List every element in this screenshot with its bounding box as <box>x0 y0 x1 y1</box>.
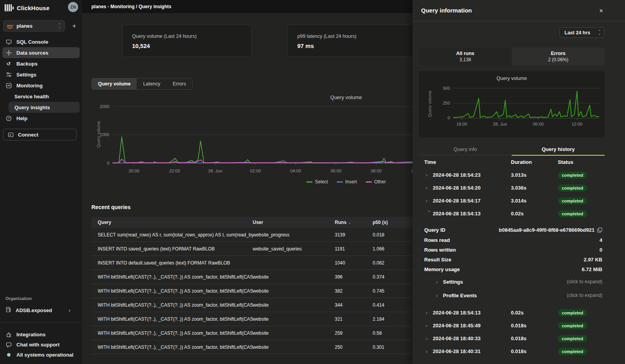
history-duration: 0.018s <box>511 323 558 328</box>
chevron-right-icon: › <box>436 293 443 298</box>
sort-caret-icon: ⌄ <box>348 220 351 224</box>
history-rows-bottom: › 2024-06-28 18:54:13 0.02s completed › … <box>412 306 625 358</box>
sidebar-item-backups[interactable]: ↺ Backups <box>2 58 80 69</box>
mini-query-volume-chart[interactable] <box>453 85 599 124</box>
backups-icon: ↺ <box>5 61 12 67</box>
workspace-name: planes <box>16 23 32 29</box>
connect-button[interactable]: Connect <box>3 129 77 140</box>
expand-hint: (click to expand) <box>567 279 602 284</box>
chevron-right-icon[interactable]: › <box>426 348 433 354</box>
sidebar-item-integrations[interactable]: Integrations <box>0 329 82 339</box>
mini-y-axis-label: Query volume <box>427 80 432 127</box>
x-tick: 20:00 <box>121 169 146 173</box>
legend-item-other[interactable]: Other <box>366 179 386 185</box>
system-status[interactable]: All systems operational <box>0 350 82 360</box>
detail-value: 2.97 KB <box>584 257 602 263</box>
add-workspace-button[interactable]: + <box>69 20 80 32</box>
query-cell: INSERT INTO default.saved_queries (text)… <box>91 260 253 266</box>
history-header: Time Duration Status <box>424 159 605 165</box>
user-avatar[interactable]: ZN <box>68 2 78 12</box>
history-time: 2024-06-28 18:40:33 <box>433 336 511 341</box>
chevron-right-icon[interactable]: › <box>426 198 433 204</box>
history-row[interactable]: › 2024-06-28 18:45:49 0.018s completed <box>412 319 625 332</box>
mini-chart-card: Query volume Query volume 500 250 0 18:0… <box>419 71 605 137</box>
chevron-right-icon[interactable]: › <box>426 310 433 316</box>
expandable-profile-events[interactable]: › Profile Events (click to expand) <box>412 289 625 302</box>
detail-row: Result Size 2.97 KB <box>412 255 625 265</box>
panel-title: Query information <box>421 7 472 14</box>
sidebar-item-label: Service health <box>14 94 49 99</box>
query-cell: WITH bitShiftLeft(CAST(?..), _CAST(?..))… <box>91 330 253 336</box>
errors-tab[interactable]: Errors 2 (0.06%) <box>512 48 605 66</box>
expandable-settings[interactable]: › Settings (click to expand) <box>412 275 625 288</box>
column-header-time: Time <box>424 159 511 165</box>
chevron-right-icon[interactable]: › <box>426 323 433 328</box>
chevron-right-icon[interactable]: › <box>426 172 433 178</box>
status-badge: completed <box>558 197 587 204</box>
history-row[interactable]: › 2024-06-28 18:40:31 0.018s completed <box>412 345 625 358</box>
tab-latency[interactable]: Latency <box>137 78 166 89</box>
history-row[interactable]: › 2024-06-28 18:54:20 3.036s completed <box>412 181 625 194</box>
data-sources-icon <box>5 50 12 56</box>
sidebar-item-service-health[interactable]: Service health <box>2 91 80 102</box>
brand-name: ClickHouse <box>17 5 50 11</box>
legend-item-insert[interactable]: Insert <box>337 179 357 185</box>
close-icon[interactable]: × <box>597 7 605 15</box>
chevron-right-icon[interactable]: › <box>426 185 433 191</box>
chevron-right-icon[interactable]: › <box>427 211 432 218</box>
runs-cell: 1040 <box>335 260 373 266</box>
history-row[interactable]: › 2024-06-28 18:40:33 0.018s completed <box>412 332 625 345</box>
tab-errors[interactable]: Errors <box>166 78 192 89</box>
tab-query-info[interactable]: Query info <box>419 144 512 155</box>
sidebar-item-sql-console[interactable]: SQL Console <box>2 36 80 47</box>
query-id-value: b0845aa9-a8c9-49f0-8f68-e678669bd921 <box>499 227 595 233</box>
copy-icon[interactable] <box>597 227 602 233</box>
organization-switcher[interactable]: ADSB.exposed › <box>0 305 82 316</box>
column-header-query[interactable]: Query <box>91 220 253 225</box>
sidebar-item-help[interactable]: ? Help <box>2 113 80 124</box>
runs-cell: 396 <box>335 274 373 280</box>
status-badge: completed <box>558 322 587 329</box>
runs-cell: 3139 <box>335 232 373 238</box>
x-tick: 28. Jun <box>488 122 512 126</box>
all-runs-tab[interactable]: All runs 3,138 <box>419 48 512 66</box>
sidebar-item-chat-support[interactable]: Chat with support <box>0 339 82 350</box>
history-time: 2024-06-28 18:45:49 <box>433 323 511 328</box>
history-rows-top: › 2024-06-28 18:54:23 3.013s completed ›… <box>412 169 625 220</box>
history-row[interactable]: › 2024-06-28 18:54:13 0.02s completed <box>412 207 625 220</box>
runs-cell: 321 <box>335 316 373 322</box>
connect-icon <box>7 132 14 138</box>
status-badge: completed <box>558 335 587 342</box>
user-cell: website <box>253 344 335 350</box>
column-header-runs[interactable]: Runs ⌄ <box>335 220 373 225</box>
legend-item-select[interactable]: Select <box>306 179 328 185</box>
time-range-select[interactable]: Last 24 hrs ⌃⌄ <box>559 27 604 38</box>
chevron-right-icon[interactable]: › <box>426 336 433 341</box>
x-tick: 22:00 <box>162 169 187 173</box>
history-row[interactable]: › 2024-06-28 18:54:13 0.02s completed <box>412 306 625 319</box>
tab-query-history[interactable]: Query history <box>512 144 605 155</box>
query-cell: WITH bitShiftLeft(CAST(?..), _CAST(?..))… <box>91 302 253 308</box>
sidebar-item-data-sources[interactable]: Data sources <box>2 47 80 58</box>
x-tick: 02:00 <box>243 169 268 173</box>
detail-label: Memory usage <box>424 266 460 272</box>
runs-cell: 382 <box>335 288 373 294</box>
user-cell: website <box>253 274 335 280</box>
sidebar-item-settings[interactable]: Settings <box>2 69 80 80</box>
runs-cell: 1191 <box>335 246 373 252</box>
tab-query-volume[interactable]: Query volume <box>92 78 137 89</box>
column-header-user[interactable]: User <box>253 220 335 225</box>
detail-label: Rows read <box>424 237 450 243</box>
organization-icon <box>5 307 11 314</box>
history-row[interactable]: › 2024-06-28 18:54:23 3.013s completed <box>412 169 625 181</box>
workspace-selector[interactable]: aws planes ⌃⌄ <box>3 20 65 32</box>
console-icon <box>5 39 12 45</box>
sidebar-item-monitoring[interactable]: Monitoring <box>2 80 80 91</box>
query-cell: WITH bitShiftLeft(CAST(?..), _CAST(?..))… <box>91 344 253 350</box>
detail-value: 6.72 MiB <box>582 266 602 272</box>
history-duration: 0.02s <box>511 211 558 217</box>
stat-label: Query volume (Last 24 hours) <box>132 34 196 39</box>
user-cell: website <box>253 330 335 336</box>
history-row[interactable]: › 2024-06-28 18:54:17 3.014s completed <box>412 194 625 207</box>
sidebar-item-query-insights[interactable]: Query insights <box>9 102 80 113</box>
